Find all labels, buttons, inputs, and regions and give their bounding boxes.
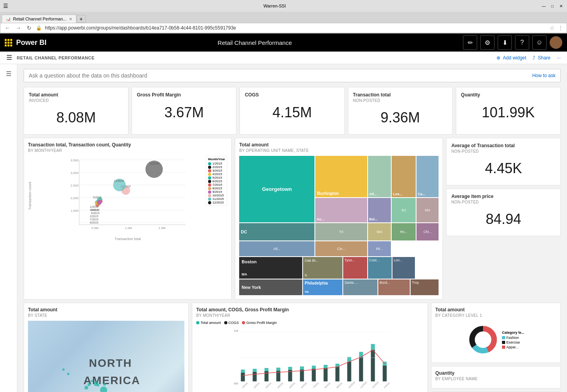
treemap-cell-bord[interactable]: Bord... xyxy=(378,279,410,295)
kpi-title-3: Transaction total xyxy=(353,92,448,98)
minimize-button[interactable]: — xyxy=(541,3,547,9)
avg-transaction-title: Average of Transaction total xyxy=(451,143,556,148)
browser-menu-icon[interactable]: ☰ xyxy=(3,3,8,9)
treemap-cell-atl[interactable]: Atl... xyxy=(368,156,391,197)
grid-icon[interactable] xyxy=(5,39,12,46)
treemap-cell-ma[interactable]: MA xyxy=(416,198,439,222)
address-bar-input[interactable] xyxy=(45,25,547,31)
donut-card[interactable]: Total amount BY CATEGORY LEVEL 1 Categor… xyxy=(431,303,561,363)
treemap-cell-cin[interactable]: Cin... xyxy=(315,241,367,256)
tab-close-button[interactable]: ✕ xyxy=(69,17,72,21)
treemap-card[interactable]: Total amount BY OPERATING UNIT NAME, STA… xyxy=(235,138,443,300)
feedback-icon-button[interactable]: ☺ xyxy=(532,35,547,50)
right-column: Average of Transaction total NON-POSTED … xyxy=(446,138,561,300)
svg-text:7/2015: 7/2015 xyxy=(90,218,99,221)
treemap-cell-nj[interactable]: NJ xyxy=(392,198,416,222)
svg-text:6/2015: 6/2015 xyxy=(90,221,99,224)
treemap-cell-boston[interactable]: BostonMA xyxy=(239,257,302,279)
svg-text:1/2016: 1/2016 xyxy=(383,382,390,389)
map-card[interactable]: Total amount BY STATE NORTH AMERICA xyxy=(24,303,189,392)
treemap-bottom: New York PhiladelphiaVA Santa ... Bord..… xyxy=(239,279,439,295)
treemap-cell-ca[interactable]: Ca... xyxy=(416,156,439,197)
svg-text:4/2015: 4/2015 xyxy=(277,382,284,389)
new-tab-button[interactable]: + xyxy=(76,15,86,23)
tab-title: Retail Channel Performan... xyxy=(13,17,67,21)
maximize-button[interactable]: □ xyxy=(550,3,555,9)
avg-item-price-card[interactable]: Average item price NON-POSTED 84.94 xyxy=(446,189,561,236)
svg-text:5/2015: 5/2015 xyxy=(289,382,296,389)
svg-text:1.0M: 1.0M xyxy=(125,226,132,230)
add-widget-button[interactable]: ⊕ Add widget xyxy=(496,55,526,61)
qa-input[interactable] xyxy=(29,72,526,79)
bar-line-card[interactable]: Total amount, COGS, Gross Profit Margin … xyxy=(192,303,428,392)
treemap-cell-wa[interactable]: WA xyxy=(368,223,391,240)
how-to-ask-link[interactable]: How to ask xyxy=(532,73,556,78)
treemap-cell-atl2[interactable]: Atl... xyxy=(239,241,314,256)
treemap-cell-au[interactable]: Au... xyxy=(315,198,367,222)
back-button[interactable]: ← xyxy=(4,25,11,31)
kpi-value-4: 101.99K xyxy=(461,101,556,124)
scatter-chart-card[interactable]: Transaction total, Transaction count, Qu… xyxy=(24,138,232,300)
treemap-cell-newyork[interactable]: New York xyxy=(239,279,302,295)
kpi-card-0[interactable]: Total amount INVOICED 8.08M xyxy=(24,87,128,135)
treemap-cell-cost[interactable]: Cost... xyxy=(368,257,392,279)
browser-menu-dots[interactable]: ⋮ xyxy=(558,25,563,31)
svg-text:2,500: 2,500 xyxy=(71,184,79,187)
avg-transaction-card[interactable]: Average of Transaction total NON-POSTED … xyxy=(446,138,561,185)
treemap-cell-tyso[interactable]: Tyso... xyxy=(343,257,367,279)
sidebar-nav-icon[interactable]: ☰ xyxy=(2,67,15,80)
svg-text:1/2015: 1/2015 xyxy=(90,205,99,208)
svg-text:5/2015: 5/2015 xyxy=(93,196,102,199)
refresh-button[interactable]: ↻ xyxy=(26,25,33,31)
forward-button[interactable]: → xyxy=(15,25,22,31)
map-title: Total amount xyxy=(28,307,184,312)
kpi-value-0: 8.08M xyxy=(29,106,123,129)
browser-tab[interactable]: 📊 Retail Channel Performan... ✕ xyxy=(2,15,76,23)
treemap-cell-ho[interactable]: Ho... xyxy=(392,223,416,240)
avg-item-price-title: Average item price xyxy=(451,194,556,199)
treemap-cell-georgetown[interactable]: Georgetown xyxy=(239,156,314,222)
bookmark-icon[interactable]: ☆ xyxy=(550,25,555,31)
treemap-cell-santa[interactable]: Santa ... xyxy=(343,279,377,295)
kpi-subtitle-0: INVOICED xyxy=(29,98,123,103)
download-icon-button[interactable]: ⬇ xyxy=(498,35,512,50)
treemap-cell-lon[interactable]: Lon... xyxy=(392,257,415,279)
svg-rect-62 xyxy=(359,357,363,381)
hamburger-icon[interactable]: ☰ xyxy=(6,54,12,61)
treemap-cell-chi[interactable]: Chi... xyxy=(416,223,439,240)
kpi-title-4: Quantity xyxy=(461,92,556,98)
kpi-card-2[interactable]: COGS 4.15M xyxy=(240,87,344,135)
treemap-cell-dc[interactable]: DC xyxy=(239,223,314,240)
user-avatar[interactable] xyxy=(550,36,562,49)
help-icon-button[interactable]: ? xyxy=(515,35,529,50)
settings-icon-button[interactable]: ⚙ xyxy=(480,35,494,50)
kpi-value-3: 9.36M xyxy=(353,106,448,129)
more-options-button[interactable]: ··· xyxy=(557,55,561,61)
svg-text:1.5M: 1.5M xyxy=(158,226,165,230)
kpi-card-4[interactable]: Quantity 101.99K xyxy=(456,87,561,135)
treemap-cell-burlington[interactable]: Burlington xyxy=(315,156,367,197)
share-button[interactable]: ⤴ Share xyxy=(533,55,550,61)
kpi-card-1[interactable]: Gross Profit Margin 3.67M xyxy=(132,87,236,135)
kpi-title-2: COGS xyxy=(245,92,339,98)
row3: Total amount BY STATE NORTH AMERICA xyxy=(24,303,561,392)
quantity-card[interactable]: Quantity BY EMPLOYEE NAME xyxy=(431,366,561,388)
edit-icon-button[interactable]: ✏ xyxy=(463,35,477,50)
kpi-title-0: Total amount xyxy=(29,92,123,98)
dashboard-header: ☰ RETAIL CHANNEL PERFORMANCE ⊕ Add widge… xyxy=(0,52,567,64)
treemap-cell-troy[interactable]: Troy xyxy=(411,279,439,295)
treemap-cell-tx[interactable]: TX xyxy=(315,223,367,240)
treemap-cell-los[interactable]: Los... xyxy=(392,156,416,197)
svg-rect-54 xyxy=(312,369,316,381)
treemap-cell-oakbr[interactable]: Oak Br...IL xyxy=(303,257,342,279)
svg-point-24 xyxy=(97,200,102,205)
close-button[interactable]: ✕ xyxy=(558,3,564,9)
svg-text:2,000: 2,000 xyxy=(71,196,79,200)
treemap-cell-mi[interactable]: Mi... xyxy=(368,241,391,256)
treemap-cell-philadelphia[interactable]: PhiladelphiaVA xyxy=(303,279,342,295)
browser-chrome: ☰ Warren-SSI — □ ✕ 📊 Retail Channel Perf… xyxy=(0,0,567,33)
avg-item-price-subtitle: NON-POSTED xyxy=(451,200,556,204)
treemap-cell-bel[interactable]: Bel... xyxy=(368,198,391,222)
share-icon: ⤴ xyxy=(533,55,535,61)
kpi-card-3[interactable]: Transaction total NON-POSTED 9.36M xyxy=(348,87,453,135)
